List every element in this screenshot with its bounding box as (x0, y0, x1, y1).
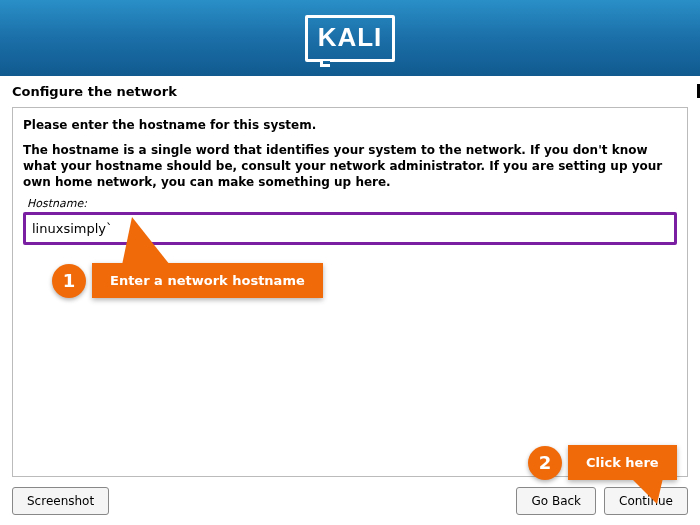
annotation-text-1: Enter a network hostname (92, 263, 323, 298)
installer-header: KALI (0, 0, 700, 76)
annotation-step1-label: Enter a network hostname (110, 273, 305, 288)
logo-tail-icon (320, 61, 330, 67)
screenshot-button[interactable]: Screenshot (12, 487, 109, 515)
annotation-badge-2: 2 (528, 446, 562, 480)
annotation-step2-label: Click here (586, 455, 659, 470)
annotation-pointer-icon (631, 478, 663, 504)
kali-logo-text: KALI (318, 22, 383, 52)
annotation-step-1: 1 Enter a network hostname (52, 263, 323, 298)
annotation-step-2: 2 Click here (528, 445, 677, 480)
footer-bar: Screenshot Go Back Continue (0, 477, 700, 525)
page-title: Configure the network (0, 76, 700, 103)
hostname-label: Hostname: (27, 197, 677, 210)
instruction-secondary: The hostname is a single word that ident… (23, 142, 677, 191)
instruction-primary: Please enter the hostname for this syste… (23, 118, 677, 132)
annotation-text-2: Click here (568, 445, 677, 480)
go-back-button[interactable]: Go Back (516, 487, 596, 515)
annotation-badge-1: 1 (52, 264, 86, 298)
annotation-pointer-icon (122, 217, 170, 265)
kali-logo: KALI (305, 15, 396, 62)
